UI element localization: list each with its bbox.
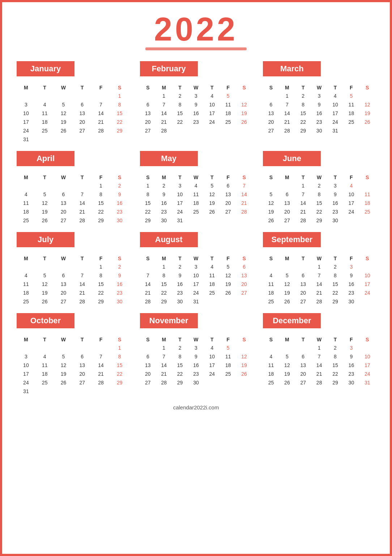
cal-cell: 28 xyxy=(311,378,327,387)
cal-cell: 9 xyxy=(311,100,327,109)
day-header: T xyxy=(327,254,343,262)
cal-cell: 10 xyxy=(17,109,35,118)
cal-cell xyxy=(204,126,220,135)
cal-cell: 22 xyxy=(172,370,188,378)
cal-cell: 22 xyxy=(110,118,129,126)
cal-cell: 29 xyxy=(110,126,129,135)
cal-cell: 18 xyxy=(204,280,220,288)
cal-cell: 27 xyxy=(54,216,73,225)
month-block-october: OctoberMTWTFS134567810111213141517181920… xyxy=(17,313,129,396)
cal-cell: 3 xyxy=(17,352,35,361)
cal-cell: 29 xyxy=(327,297,343,306)
day-header: S xyxy=(140,336,156,344)
cal-cell: 26 xyxy=(220,288,236,297)
cal-cell xyxy=(236,216,252,225)
cal-cell: 5 xyxy=(54,352,73,361)
day-header: W xyxy=(311,84,327,92)
day-header: T xyxy=(295,173,311,181)
cal-cell: 23 xyxy=(188,370,204,378)
cal-cell: 29 xyxy=(91,216,110,225)
day-header: W xyxy=(188,254,204,262)
cal-cell: 18 xyxy=(35,370,54,378)
cal-cell: 18 xyxy=(263,370,279,378)
cal-cell: 19 xyxy=(279,288,295,297)
cal-cell: 2 xyxy=(295,92,311,100)
day-header: S xyxy=(236,84,252,92)
cal-cell: 27 xyxy=(54,297,73,306)
cal-cell: 22 xyxy=(91,207,110,216)
month-header-september: September xyxy=(263,232,321,247)
cal-cell: 12 xyxy=(204,190,220,199)
cal-cell: 16 xyxy=(343,361,359,370)
cal-cell: 10 xyxy=(327,100,343,109)
cal-cell: 2 xyxy=(172,262,188,271)
cal-cell xyxy=(263,92,279,100)
cal-table-january: MTWTFS1345678101112131415171819202122242… xyxy=(17,84,129,144)
cal-cell xyxy=(236,378,252,387)
cal-cell: 6 xyxy=(140,352,156,361)
cal-cell: 6 xyxy=(54,190,73,199)
cal-cell xyxy=(236,126,252,135)
cal-table-september: SMTWTFS123456789101112131415161718192021… xyxy=(263,254,375,306)
day-header: S xyxy=(236,173,252,181)
cal-cell: 7 xyxy=(156,352,172,361)
cal-cell: 14 xyxy=(73,199,91,207)
cal-cell: 19 xyxy=(236,109,252,118)
cal-cell: 20 xyxy=(140,370,156,378)
cal-cell: 4 xyxy=(17,190,35,199)
cal-cell: 25 xyxy=(17,216,35,225)
cal-cell: 29 xyxy=(110,378,129,387)
cal-cell: 19 xyxy=(236,361,252,370)
cal-cell: 19 xyxy=(54,118,73,126)
cal-table-march: SMTWTFS123456789101112131415161718192021… xyxy=(263,84,375,135)
day-header: T xyxy=(204,336,220,344)
cal-cell: 23 xyxy=(311,118,327,126)
cal-cell xyxy=(343,126,359,135)
cal-cell xyxy=(35,262,54,271)
cal-cell: 12 xyxy=(263,199,279,207)
cal-cell: 10 xyxy=(172,190,188,199)
month-header-april: April xyxy=(17,151,74,166)
cal-cell: 13 xyxy=(220,190,236,199)
cal-cell: 16 xyxy=(110,280,129,288)
day-header: T xyxy=(172,84,188,92)
cal-cell: 25 xyxy=(35,126,54,135)
cal-cell xyxy=(54,262,73,271)
cal-cell: 26 xyxy=(359,118,375,126)
cal-cell: 5 xyxy=(35,190,54,199)
cal-cell: 24 xyxy=(17,126,35,135)
day-header: T xyxy=(327,84,343,92)
cal-cell: 19 xyxy=(279,370,295,378)
day-header: T xyxy=(172,254,188,262)
cal-cell: 16 xyxy=(343,280,359,288)
cal-cell: 18 xyxy=(188,199,204,207)
cal-cell: 5 xyxy=(204,181,220,190)
cal-cell: 4 xyxy=(263,352,279,361)
cal-cell: 8 xyxy=(327,352,343,361)
month-block-august: AugustSMTWTFS123456789101112131415161718… xyxy=(140,232,252,306)
cal-cell: 11 xyxy=(263,361,279,370)
day-header: T xyxy=(204,254,220,262)
cal-cell: 13 xyxy=(236,271,252,280)
cal-cell: 3 xyxy=(343,262,359,271)
cal-cell: 6 xyxy=(73,100,91,109)
cal-cell xyxy=(17,181,35,190)
cal-cell xyxy=(35,344,54,352)
cal-cell: 24 xyxy=(172,207,188,216)
cal-cell: 27 xyxy=(279,216,295,225)
day-header: M xyxy=(17,336,35,344)
cal-cell: 23 xyxy=(188,118,204,126)
cal-cell: 12 xyxy=(236,100,252,109)
cal-cell: 27 xyxy=(73,378,91,387)
cal-cell: 18 xyxy=(17,288,35,297)
cal-cell: 17 xyxy=(327,109,343,118)
cal-cell xyxy=(263,344,279,352)
day-header: S xyxy=(359,336,375,344)
cal-cell: 28 xyxy=(156,126,172,135)
day-header: S xyxy=(236,254,252,262)
cal-cell: 24 xyxy=(327,118,343,126)
cal-cell: 24 xyxy=(204,118,220,126)
cal-cell: 30 xyxy=(311,126,327,135)
cal-cell xyxy=(91,387,110,396)
cal-cell: 24 xyxy=(188,288,204,297)
